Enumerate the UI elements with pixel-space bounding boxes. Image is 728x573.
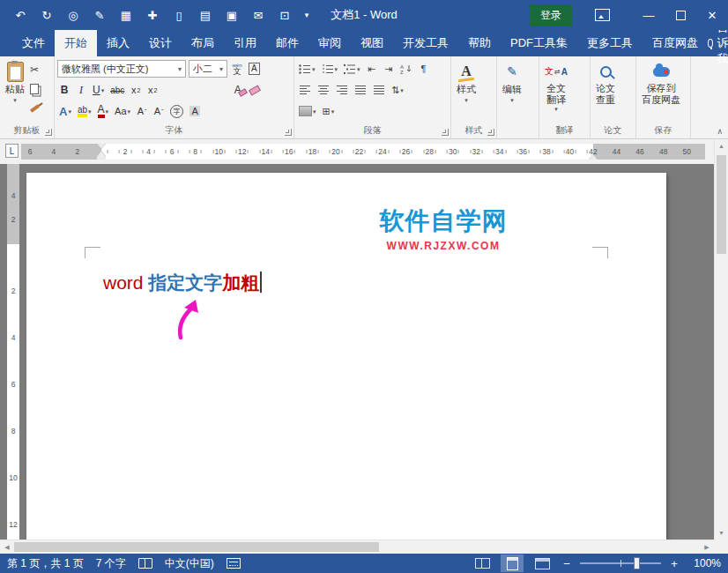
proofing-status-icon[interactable] bbox=[138, 558, 152, 569]
cut-button[interactable]: ✂ bbox=[27, 61, 41, 78]
format-painter-button[interactable] bbox=[27, 100, 41, 117]
numbering-button[interactable]: ▾ bbox=[320, 60, 340, 78]
enclose-character-button[interactable]: 字 bbox=[168, 102, 185, 120]
undo-icon[interactable]: ↶ bbox=[7, 9, 33, 22]
shading-button[interactable]: ▾ bbox=[297, 102, 318, 120]
tab-view[interactable]: 视图 bbox=[351, 30, 393, 56]
justify-button[interactable] bbox=[353, 81, 368, 99]
align-left-button[interactable] bbox=[297, 81, 313, 99]
save-to-baidu-button[interactable]: 保存到百度网盘 bbox=[639, 59, 683, 124]
copy-button[interactable] bbox=[27, 80, 41, 98]
paper-check-button[interactable]: 论文查重 bbox=[593, 59, 618, 124]
scroll-down-arrow[interactable]: ▼ bbox=[715, 530, 728, 536]
touch-mode-icon[interactable]: ✚ bbox=[139, 9, 166, 22]
character-shading-button[interactable]: A bbox=[188, 102, 202, 120]
increase-indent-button[interactable]: ⇥ bbox=[382, 60, 396, 78]
paste-button[interactable]: 粘贴 ▾ bbox=[3, 59, 27, 124]
bullets-button[interactable]: ▾ bbox=[297, 60, 317, 78]
email-icon[interactable]: ✉ bbox=[245, 9, 271, 22]
open-file-icon[interactable]: ▤ bbox=[192, 9, 219, 22]
ribbon-display-options-icon[interactable] bbox=[595, 9, 610, 21]
editing-button[interactable]: ✎ 编辑 ▾ bbox=[500, 59, 524, 124]
zoom-slider[interactable] bbox=[580, 562, 661, 564]
tab-stop-selector[interactable]: L bbox=[5, 144, 19, 158]
shrink-font-button[interactable]: Aˇ bbox=[152, 102, 166, 120]
grow-font-button[interactable]: Aˆ bbox=[135, 102, 149, 120]
paragraph-dialog-launcher[interactable] bbox=[442, 129, 449, 136]
italic-button[interactable]: I bbox=[74, 81, 88, 99]
qat-customize-icon[interactable]: ▾ bbox=[298, 11, 316, 19]
underline-button[interactable]: U▾ bbox=[91, 81, 106, 99]
decrease-indent-button[interactable]: ⇤ bbox=[365, 60, 379, 78]
minimize-button[interactable]: — bbox=[633, 0, 665, 30]
draw-table-icon[interactable]: ▦ bbox=[113, 9, 139, 22]
character-border-button[interactable]: A bbox=[247, 60, 262, 78]
font-color-button[interactable]: A▾ bbox=[96, 102, 111, 120]
tab-mailings[interactable]: 邮件 bbox=[266, 30, 308, 56]
horizontal-ruler[interactable]: 6422468101214161820222426283032343638404… bbox=[21, 144, 705, 160]
clipboard-dialog-launcher[interactable] bbox=[45, 129, 52, 136]
bold-button[interactable]: B bbox=[57, 81, 71, 99]
read-mode-button[interactable] bbox=[471, 554, 494, 572]
align-right-button[interactable] bbox=[334, 81, 350, 99]
tab-insert[interactable]: 插入 bbox=[97, 30, 139, 56]
font-dialog-launcher[interactable] bbox=[285, 129, 292, 136]
superscript-button[interactable]: x2 bbox=[145, 81, 160, 99]
tab-layout[interactable]: 布局 bbox=[182, 30, 224, 56]
tab-more-tools[interactable]: 更多工具 bbox=[577, 30, 643, 56]
quick-print-icon[interactable]: ⊡ bbox=[271, 9, 298, 22]
change-case-button[interactable]: Aa▾ bbox=[113, 102, 132, 120]
clear-formatting-button[interactable]: A bbox=[231, 81, 245, 99]
vertical-scrollbar[interactable]: ▲ ▼ bbox=[714, 139, 728, 540]
sort-button[interactable]: AZ bbox=[398, 60, 414, 78]
redo-icon[interactable]: ↻ bbox=[33, 9, 60, 22]
horizontal-scrollbar[interactable]: ◀ ▶ bbox=[0, 540, 714, 554]
show-marks-button[interactable]: ¶ bbox=[417, 60, 431, 78]
zoom-in-button[interactable]: + bbox=[668, 557, 680, 570]
styles-button[interactable]: A 样式 ▾ bbox=[454, 59, 479, 124]
maximize-button[interactable] bbox=[665, 0, 696, 30]
language-status[interactable]: 中文(中国) bbox=[165, 556, 214, 571]
tab-baidu-netdisk[interactable]: 百度网盘 bbox=[643, 30, 708, 56]
full-translate-button[interactable]: 文⇄A 全文翻译 ▾ bbox=[542, 59, 570, 124]
zoom-out-button[interactable]: − bbox=[561, 557, 573, 570]
tab-review[interactable]: 审阅 bbox=[308, 30, 351, 56]
font-size-select[interactable]: 小二 ▾ bbox=[189, 60, 227, 78]
borders-button[interactable]: ⊞▾ bbox=[321, 102, 337, 120]
word-count-status[interactable]: 7 个字 bbox=[96, 556, 126, 571]
save-icon[interactable]: ▣ bbox=[219, 9, 245, 22]
zoom-slider-thumb[interactable] bbox=[634, 557, 640, 569]
sign-in-button[interactable]: 登录 bbox=[530, 4, 572, 26]
macro-record-icon[interactable] bbox=[227, 558, 241, 569]
ink-pen-icon[interactable]: ✎ bbox=[86, 9, 113, 22]
horizontal-scrollbar-thumb[interactable] bbox=[14, 542, 379, 552]
tab-pdf-tools[interactable]: PDF工具集 bbox=[501, 30, 577, 56]
strikethrough-button[interactable]: abc bbox=[108, 81, 126, 99]
tab-help[interactable]: 帮助 bbox=[458, 30, 501, 56]
vertical-scrollbar-thumb[interactable] bbox=[717, 155, 726, 254]
collapse-ribbon-button[interactable]: ∧ bbox=[717, 127, 723, 136]
multilevel-list-button[interactable]: ▾ bbox=[342, 60, 362, 78]
document-page[interactable]: 软件自学网 WWW.RJZXW.COM word 指定文字加粗 bbox=[26, 173, 666, 540]
left-indent-marker[interactable] bbox=[97, 156, 106, 160]
eraser-button[interactable] bbox=[248, 81, 262, 99]
align-center-button[interactable] bbox=[316, 81, 331, 99]
tab-references[interactable]: 引用 bbox=[224, 30, 266, 56]
document-text-line[interactable]: word 指定文字加粗 bbox=[103, 270, 262, 296]
tab-developer[interactable]: 开发工具 bbox=[393, 30, 458, 56]
tab-design[interactable]: 设计 bbox=[139, 30, 182, 56]
subscript-button[interactable]: x2 bbox=[129, 81, 143, 99]
styles-dialog-launcher[interactable] bbox=[487, 129, 494, 136]
new-document-icon[interactable]: ▯ bbox=[166, 9, 192, 22]
scroll-left-arrow[interactable]: ◀ bbox=[0, 540, 14, 554]
line-spacing-button[interactable]: ⇅▾ bbox=[390, 81, 405, 99]
highlight-button[interactable]: ab▾ bbox=[76, 102, 93, 120]
vertical-ruler[interactable]: 4224681012 bbox=[7, 164, 19, 540]
web-layout-button[interactable] bbox=[531, 554, 553, 572]
tab-file[interactable]: 文件 bbox=[12, 30, 55, 56]
scroll-up-arrow[interactable]: ▲ bbox=[715, 143, 728, 149]
print-layout-button[interactable] bbox=[501, 554, 524, 572]
phonetic-guide-button[interactable]: wén文 bbox=[230, 60, 244, 78]
zoom-level[interactable]: 100% bbox=[687, 557, 721, 569]
tab-home[interactable]: 开始 bbox=[55, 30, 97, 56]
